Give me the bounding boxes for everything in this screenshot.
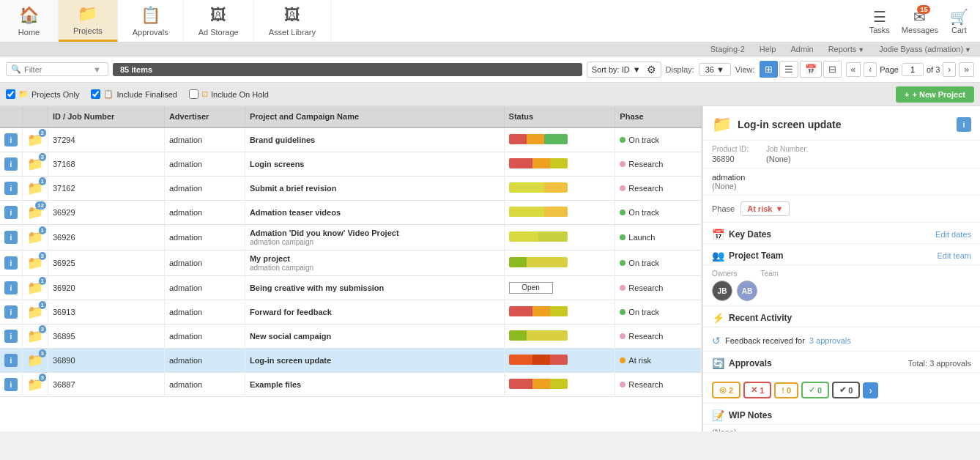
col-name[interactable]: Project and Campaign Name bbox=[245, 106, 504, 127]
display-select[interactable]: 36 ▼ bbox=[699, 63, 731, 76]
row-info-button[interactable]: i bbox=[4, 256, 18, 270]
filter-dropdown-icon[interactable]: ▼ bbox=[93, 65, 101, 74]
activity-link[interactable]: 3 approvals bbox=[809, 336, 851, 345]
table-row[interactable]: i📁336887admationExample filesResearch bbox=[0, 373, 702, 397]
col-advertiser[interactable]: Advertiser bbox=[164, 106, 245, 127]
row-info-button[interactable]: i bbox=[4, 354, 18, 367]
sort-select[interactable]: Sort by: ID ▼ ⚙ bbox=[587, 62, 661, 78]
row-folder-icon[interactable]: 📁1 bbox=[27, 304, 43, 320]
filter-options-icon[interactable]: ⚙ bbox=[647, 64, 656, 75]
view-list-btn[interactable]: ☰ bbox=[779, 61, 798, 78]
table-row[interactable]: i📁336890admationLog-in screen updateAt r… bbox=[0, 349, 702, 373]
nav-tasks[interactable]: ☰ Tasks bbox=[869, 8, 890, 34]
nav-item-asset-library[interactable]: 🖼 Asset Library bbox=[254, 0, 331, 42]
approval-badge-checkgreen[interactable]: ✓ 0 bbox=[801, 382, 829, 398]
reports-dropdown[interactable]: Reports▼ bbox=[828, 45, 864, 53]
row-folder-icon[interactable]: 📁3 bbox=[27, 156, 43, 172]
col-status[interactable]: Status bbox=[504, 106, 615, 127]
row-name[interactable]: Forward for feedback bbox=[245, 300, 504, 324]
nav-item-home[interactable]: 🏠 Home bbox=[0, 0, 59, 42]
filter-input[interactable]: 🔍 ▼ bbox=[6, 62, 108, 76]
row-folder-icon[interactable]: 📁3 bbox=[27, 255, 43, 271]
page-number-input[interactable] bbox=[902, 63, 924, 76]
approval-badge-checkblack[interactable]: ✔ 0 bbox=[832, 382, 860, 398]
row-name[interactable]: Admation teaser videos bbox=[245, 201, 504, 225]
cart-label: Cart bbox=[951, 26, 967, 34]
table-row[interactable]: i📁136920admationBeing creative with my s… bbox=[0, 276, 702, 300]
row-advertiser: admation bbox=[164, 177, 245, 201]
calendar-icon: 📅 bbox=[712, 229, 724, 240]
page-prev-btn[interactable]: ‹ bbox=[864, 62, 877, 77]
row-folder-icon[interactable]: 📁1 bbox=[27, 280, 43, 296]
row-folder-icon[interactable]: 📁12 bbox=[27, 204, 43, 220]
row-name[interactable]: My projectadmation campaign bbox=[245, 251, 504, 276]
row-info-button[interactable]: i bbox=[4, 206, 18, 219]
page-first-btn[interactable]: « bbox=[846, 62, 861, 77]
col-id[interactable]: ID / Job Number bbox=[48, 106, 165, 127]
approval-arrow-button[interactable]: › bbox=[863, 382, 878, 398]
new-project-button[interactable]: + + New Project bbox=[896, 86, 974, 103]
edit-dates-link[interactable]: Edit dates bbox=[935, 230, 971, 239]
side-info-button[interactable]: i bbox=[957, 117, 971, 132]
status-bar bbox=[509, 158, 568, 168]
page-next-btn[interactable]: › bbox=[943, 62, 956, 77]
row-info-button[interactable]: i bbox=[4, 133, 18, 146]
row-folder-icon[interactable]: 📁3 bbox=[27, 376, 43, 393]
row-info-button[interactable]: i bbox=[4, 330, 18, 343]
row-name[interactable]: Being creative with my submission bbox=[245, 276, 504, 300]
row-folder-icon[interactable]: 📁1 bbox=[27, 229, 43, 245]
filter-text-input[interactable] bbox=[24, 65, 90, 74]
tasks-icon: ☰ bbox=[873, 8, 886, 26]
page-last-btn[interactable]: » bbox=[959, 62, 974, 77]
col-folder bbox=[23, 106, 48, 127]
table-row[interactable]: i📁1236929admationAdmation teaser videosO… bbox=[0, 201, 702, 225]
edit-team-link[interactable]: Edit team bbox=[938, 251, 971, 260]
row-info-button[interactable]: i bbox=[4, 157, 18, 171]
view-calendar-btn[interactable]: 📅 bbox=[800, 61, 822, 78]
col-phase[interactable]: Phase bbox=[615, 106, 702, 127]
home-icon: 🏠 bbox=[19, 6, 39, 25]
projects-only-checkbox[interactable]: 📁 Projects Only bbox=[6, 89, 79, 99]
nav-item-ad-storage[interactable]: 🖼 Ad Storage bbox=[184, 0, 254, 42]
row-folder-icon[interactable]: 📁3 bbox=[27, 352, 43, 368]
help-link[interactable]: Help bbox=[760, 45, 776, 53]
view-columns-btn[interactable]: ⊟ bbox=[823, 61, 842, 78]
table-row[interactable]: i📁137162admationSubmit a brief revisionR… bbox=[0, 177, 702, 201]
row-name[interactable]: Login screens bbox=[245, 152, 504, 177]
view-grid-btn[interactable]: ⊞ bbox=[760, 61, 778, 78]
admin-link[interactable]: Admin bbox=[790, 45, 813, 53]
approval-badge-exclaim[interactable]: ! 0 bbox=[774, 382, 798, 398]
row-folder-icon[interactable]: 📁1 bbox=[27, 180, 43, 196]
nav-messages[interactable]: ✉15 Messages bbox=[902, 8, 938, 34]
approval-badge-orange[interactable]: ◎ 2 bbox=[712, 382, 740, 398]
user-dropdown[interactable]: Jodie Byass (admation)▼ bbox=[879, 45, 971, 53]
row-folder-icon[interactable]: 📁3 bbox=[27, 328, 43, 344]
row-name[interactable]: Log-in screen update bbox=[245, 349, 504, 373]
phase-dot bbox=[620, 285, 626, 291]
approval-badge-red[interactable]: ✕ 1 bbox=[743, 382, 771, 398]
table-row[interactable]: i📁136926admationAdmation 'Did you know' … bbox=[0, 225, 702, 251]
phase-select[interactable]: At risk ▼ bbox=[740, 201, 790, 216]
row-info-button[interactable]: i bbox=[4, 305, 18, 319]
row-info-button[interactable]: i bbox=[4, 378, 18, 391]
row-name[interactable]: New social campaign bbox=[245, 324, 504, 349]
row-info-button[interactable]: i bbox=[4, 231, 18, 244]
row-folder-icon[interactable]: 📁2 bbox=[27, 132, 43, 148]
view-toggle: ⊞ ☰ 📅 ⊟ bbox=[760, 61, 842, 78]
include-finalised-checkbox[interactable]: 📋 Include Finalised bbox=[91, 89, 177, 99]
row-info-button[interactable]: i bbox=[4, 182, 18, 195]
include-on-hold-checkbox[interactable]: ⊡ Include On Hold bbox=[189, 89, 269, 99]
row-info-button[interactable]: i bbox=[4, 281, 18, 294]
row-name[interactable]: Admation 'Did you know' Video Projectadm… bbox=[245, 225, 504, 251]
nav-item-approvals[interactable]: 📋 Approvals bbox=[118, 0, 184, 42]
table-row[interactable]: i📁337168admationLogin screensResearch bbox=[0, 152, 702, 177]
nav-item-projects[interactable]: 📁 Projects bbox=[59, 0, 118, 42]
table-row[interactable]: i📁336895admationNew social campaignResea… bbox=[0, 324, 702, 349]
row-name[interactable]: Brand guidelines bbox=[245, 127, 504, 152]
nav-cart[interactable]: 🛒 Cart bbox=[950, 8, 968, 34]
table-row[interactable]: i📁136913admationForward for feedbackOn t… bbox=[0, 300, 702, 324]
row-name[interactable]: Example files bbox=[245, 373, 504, 397]
table-row[interactable]: i📁237294admationBrand guidelinesOn track bbox=[0, 127, 702, 152]
row-name[interactable]: Submit a brief revision bbox=[245, 177, 504, 201]
table-row[interactable]: i📁336925admationMy projectadmation campa… bbox=[0, 251, 702, 276]
